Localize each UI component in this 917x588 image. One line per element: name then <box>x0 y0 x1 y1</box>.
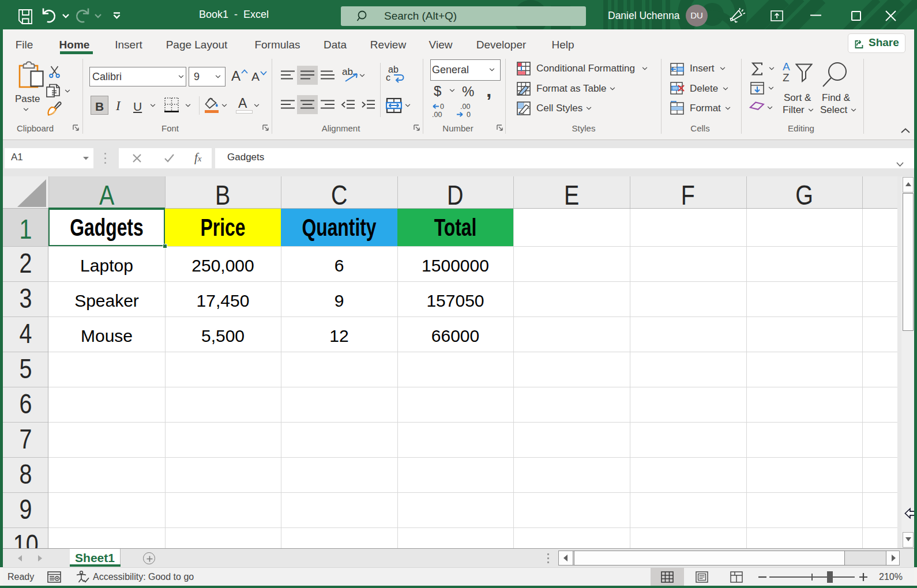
svg-text:.00: .00 <box>432 111 442 118</box>
svg-text:0: 0 <box>467 111 471 118</box>
svg-text:.00: .00 <box>460 103 470 111</box>
svg-text:0: 0 <box>440 103 444 111</box>
